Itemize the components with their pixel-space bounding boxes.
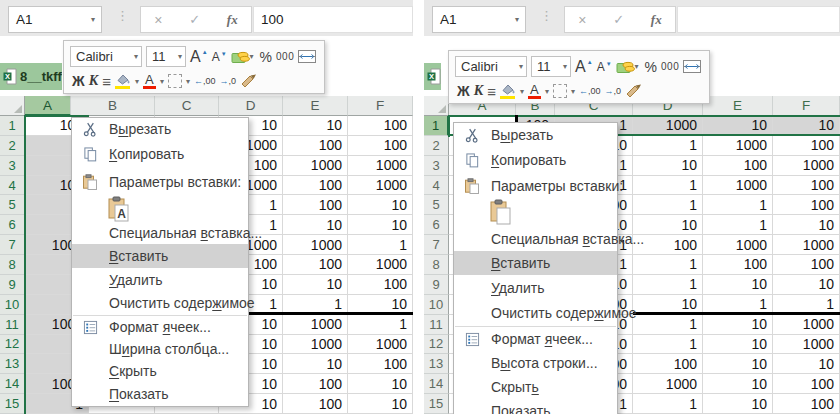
grow-font-button[interactable]: A▲: [190, 49, 208, 65]
row-header-6[interactable]: 6: [0, 215, 25, 235]
cell-E3[interactable]: 1000: [283, 156, 348, 176]
cell-F14[interactable]: 100: [773, 374, 840, 394]
comma-style-button[interactable]: 000: [276, 51, 294, 62]
cell-F13[interactable]: 100: [348, 354, 413, 374]
row-header-10[interactable]: 10: [0, 295, 25, 315]
cell-D1[interactable]: 1000: [633, 116, 703, 136]
cell-E9[interactable]: 10: [283, 275, 348, 295]
cell-D12[interactable]: 1: [633, 335, 703, 355]
cell-E13[interactable]: 10: [283, 354, 348, 374]
column-header-E[interactable]: E: [703, 96, 773, 116]
chevron-down-icon[interactable]: ▾: [160, 77, 164, 86]
menu-item-format-cells[interactable]: Формат ячеек...: [454, 327, 617, 351]
menu-item-paste-special[interactable]: Специальная вставка...: [72, 222, 248, 244]
font-color-button[interactable]: A: [143, 73, 156, 89]
formula-input[interactable]: 100: [253, 6, 413, 33]
row-header-9[interactable]: 9: [0, 275, 25, 295]
cell-E15[interactable]: 100: [283, 394, 348, 414]
menu-item-hide[interactable]: Скрыть: [72, 360, 248, 382]
chevron-down-icon[interactable]: ▾: [186, 77, 190, 86]
row-header-5[interactable]: 5: [0, 195, 25, 215]
cell-F15[interactable]: 10: [348, 394, 413, 414]
chevron-down-icon[interactable]: ▾: [135, 77, 139, 86]
menu-item-unhide[interactable]: Показать: [454, 399, 617, 414]
cell-E15[interactable]: 10: [703, 394, 773, 414]
cell-F1[interactable]: 100: [348, 116, 413, 136]
cell-F5[interactable]: 100: [773, 195, 840, 215]
percent-style-button[interactable]: %: [645, 59, 657, 75]
menu-item-delete[interactable]: Удалить: [454, 275, 617, 301]
decrease-decimal-button[interactable]: →,0: [219, 76, 236, 86]
shrink-font-button[interactable]: A▼: [212, 51, 227, 63]
workbook-tab[interactable]: X: [424, 63, 441, 90]
name-box[interactable]: A1 ▾: [432, 6, 526, 33]
cell-D2[interactable]: 1: [633, 136, 703, 156]
row-header-13[interactable]: 13: [424, 354, 449, 374]
cell-E2[interactable]: 1000: [703, 136, 773, 156]
cell-F12[interactable]: 1000: [348, 335, 413, 355]
cell-E2[interactable]: 100: [283, 136, 348, 156]
name-box[interactable]: A1 ▾: [8, 6, 102, 33]
row-header-2[interactable]: 2: [0, 136, 25, 156]
row-header-6[interactable]: 6: [424, 215, 449, 235]
formula-input[interactable]: [677, 6, 840, 33]
row-header-7[interactable]: 7: [424, 235, 449, 255]
font-color-button[interactable]: A: [528, 83, 541, 99]
cell-F7[interactable]: 1: [348, 235, 413, 255]
merge-center-button[interactable]: [683, 60, 701, 73]
cell-E7[interactable]: 1000: [703, 235, 773, 255]
cell-F12[interactable]: 1000: [773, 335, 840, 355]
row-header-5[interactable]: 5: [424, 195, 449, 215]
row-header-1[interactable]: 1: [424, 116, 449, 136]
cell-E12[interactable]: 1000: [283, 335, 348, 355]
row-header-14[interactable]: 14: [424, 374, 449, 394]
cell-D13[interactable]: 100: [633, 354, 703, 374]
cell-E11[interactable]: 10: [703, 315, 773, 335]
cell-E3[interactable]: 100: [703, 156, 773, 176]
menu-item-copy[interactable]: Копировать: [454, 147, 617, 173]
cell-E4[interactable]: 100: [283, 176, 348, 196]
borders-button[interactable]: [553, 84, 567, 98]
accounting-format-button[interactable]: ▾: [231, 50, 254, 64]
cell-E11[interactable]: 1000: [283, 315, 348, 335]
merge-center-button[interactable]: [298, 50, 316, 63]
row-header-4[interactable]: 4: [0, 176, 25, 196]
cell-F2[interactable]: 100: [773, 136, 840, 156]
cell-F8[interactable]: 100: [773, 255, 840, 275]
cell-D14[interactable]: 1000: [633, 374, 703, 394]
menu-item-cut[interactable]: Вырезать: [72, 118, 248, 140]
cell-E1[interactable]: 10: [703, 116, 773, 136]
cell-E13[interactable]: 10: [703, 354, 773, 374]
row-header-15[interactable]: 15: [424, 394, 449, 414]
cell-D8[interactable]: 1: [633, 255, 703, 275]
cell-F11[interactable]: 1000: [773, 315, 840, 335]
insert-function-icon[interactable]: fx: [651, 12, 662, 28]
cell-E5[interactable]: 1: [703, 195, 773, 215]
cell-D5[interactable]: 1: [633, 195, 703, 215]
format-painter-icon[interactable]: [625, 84, 643, 98]
menu-item-copy[interactable]: Копировать: [72, 140, 248, 168]
menu-item-format-cells[interactable]: Формат ячеек...: [72, 316, 248, 338]
cell-F14[interactable]: 10: [348, 374, 413, 394]
cell-E6[interactable]: 10: [283, 215, 348, 235]
borders-button[interactable]: [168, 74, 182, 88]
row-header-2[interactable]: 2: [424, 136, 449, 156]
cell-F3[interactable]: 1000: [773, 156, 840, 176]
cell-F1[interactable]: 10: [773, 116, 840, 136]
cell-E14[interactable]: 10: [703, 374, 773, 394]
menu-item-insert[interactable]: Вставить: [72, 244, 248, 268]
menu-item-cut[interactable]: Вырезать: [454, 123, 617, 147]
cell-F7[interactable]: 1000: [773, 235, 840, 255]
enter-icon[interactable]: ✓: [189, 12, 200, 27]
comma-style-button[interactable]: 000: [661, 61, 679, 72]
decrease-decimal-button[interactable]: →,0: [604, 86, 621, 96]
cell-D4[interactable]: 1: [633, 176, 703, 196]
row-header-14[interactable]: 14: [0, 374, 25, 394]
column-header-E[interactable]: E: [283, 96, 348, 116]
row-header-15[interactable]: 15: [0, 394, 25, 414]
column-header-F[interactable]: F: [773, 96, 840, 116]
row-header-7[interactable]: 7: [0, 235, 25, 255]
menu-item-paste-button[interactable]: [454, 199, 617, 227]
grow-font-button[interactable]: A▲: [575, 59, 593, 75]
cell-E1[interactable]: 10: [283, 116, 348, 136]
